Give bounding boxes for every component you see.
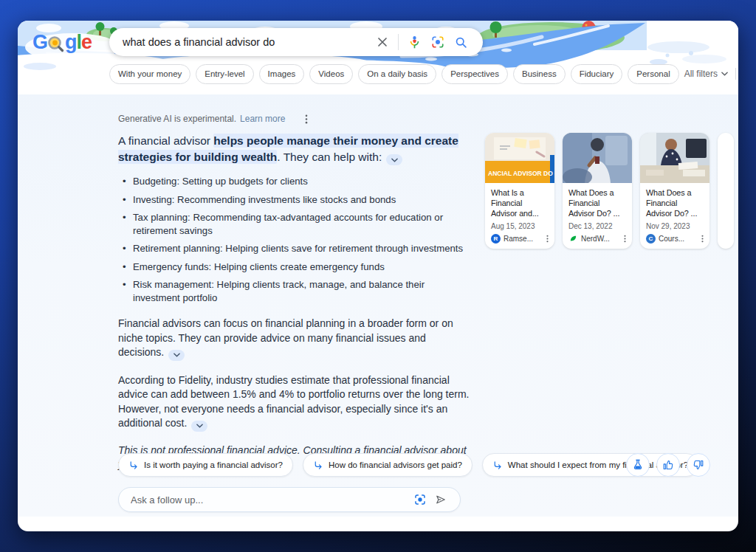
followup-label: Is it worth paying a financial advisor? <box>144 460 283 469</box>
filters-right-group: All filters Tools <box>684 68 738 80</box>
followup-chips-row: Is it worth paying a financial advisor? … <box>118 453 698 477</box>
ai-answer: A financial advisor helps people manage … <box>118 133 471 472</box>
card-body: What Does a Financial Advisor Do? ... De… <box>563 183 632 244</box>
bullet-item: Retirement planning: Helping clients sav… <box>118 242 471 255</box>
overflow-menu-icon[interactable] <box>302 114 311 124</box>
filters-divider <box>735 68 736 80</box>
google-logo[interactable]: G g l e <box>32 30 92 55</box>
source-card[interactable]: ANCIAL ADVISOR DO What Is a Financial Ad… <box>485 133 554 249</box>
experimental-note: Generative AI is experimental. <box>118 114 236 124</box>
followup-label: How do financial advisors get paid? <box>329 460 462 469</box>
followup-chip[interactable]: Is it worth paying a financial advisor? <box>118 453 293 477</box>
card-date: Aug 15, 2023 <box>491 222 549 230</box>
card-source-row: NerdW... <box>568 234 626 244</box>
source-name: Cours... <box>659 235 698 243</box>
chevron-down-icon <box>721 72 728 76</box>
source-name: Ramse... <box>504 235 543 243</box>
all-filters-label: All filters <box>684 69 718 79</box>
logo-letter: e <box>81 31 92 54</box>
card-source-row: C Cours... <box>646 234 704 244</box>
answer-heading: A financial advisor helps people manage … <box>118 133 471 165</box>
filter-chip[interactable]: Videos <box>309 64 353 84</box>
thumbs-up-button[interactable] <box>656 453 680 477</box>
magnifier-doodle-icon <box>47 33 66 54</box>
answer-bullet-list: Budgeting: Setting up budgets for client… <box>118 175 471 304</box>
paragraph-focus: Financial advisors can focus on financia… <box>118 317 471 361</box>
experiment-button[interactable] <box>626 453 650 477</box>
search-submit-icon[interactable] <box>450 36 472 49</box>
bullet-item: Emergency funds: Helping clients create … <box>118 261 471 274</box>
thumbs-down-button[interactable] <box>687 453 710 477</box>
source-cards: ANCIAL ADVISOR DO What Is a Financial Ad… <box>485 133 709 249</box>
paragraph-fidelity-text: According to Fidelity, industry studies … <box>118 374 470 429</box>
answer-prefix: A financial advisor <box>118 134 213 147</box>
source-card[interactable]: What Does a Financial Advisor Do? ... No… <box>640 133 709 249</box>
branch-arrow-icon <box>128 460 138 470</box>
search-bar <box>109 28 483 56</box>
card-title: What Is a Financial Advisor and... <box>491 188 549 218</box>
card-thumbnail: ANCIAL ADVISOR DO <box>485 133 554 183</box>
source-favicon: C <box>646 234 656 244</box>
send-icon[interactable] <box>430 494 451 506</box>
filter-chip[interactable]: Business <box>513 64 566 84</box>
filter-chip[interactable]: On a daily basis <box>358 64 436 84</box>
source-card[interactable]: What Does a Financial Advisor Do? ... De… <box>563 133 632 249</box>
lens-icon[interactable] <box>410 494 430 506</box>
filter-chip[interactable]: Personal <box>628 64 678 84</box>
bullet-item: Risk management: Helping clients track, … <box>118 278 471 304</box>
answer-suffix: . They can help with: <box>277 151 382 163</box>
flask-icon <box>632 459 644 471</box>
branch-arrow-icon <box>313 460 323 470</box>
card-title: What Does a Financial Advisor Do? ... <box>568 188 626 218</box>
clear-search-icon[interactable] <box>371 36 394 48</box>
mic-icon[interactable] <box>403 35 426 49</box>
card-thumbnail <box>640 133 709 183</box>
source-name: NerdW... <box>581 235 621 243</box>
card-source-row: R Ramse... <box>491 234 549 244</box>
followup-chip[interactable]: How do financial advisors get paid? <box>303 453 472 477</box>
lens-icon[interactable] <box>426 35 450 49</box>
card-menu-icon[interactable] <box>701 235 704 243</box>
feedback-buttons <box>626 453 710 477</box>
expand-chevron-icon[interactable] <box>191 421 207 432</box>
filter-chips-row: With your money Entry-level Images Video… <box>109 63 726 85</box>
search-input[interactable] <box>123 36 371 48</box>
card-body: What Is a Financial Advisor and... Aug 1… <box>485 183 554 244</box>
card-date: Nov 29, 2023 <box>646 222 704 230</box>
filter-chip[interactable]: With your money <box>109 64 190 84</box>
logo-letter: g <box>65 31 77 54</box>
sge-panel: Generative AI is experimental. Learn mor… <box>18 94 738 517</box>
card-menu-icon[interactable] <box>624 235 626 243</box>
card-title: What Does a Financial Advisor Do? ... <box>646 188 704 218</box>
card-thumbnail <box>563 133 632 183</box>
logo-letter: G <box>32 31 47 54</box>
filter-chip[interactable]: Entry-level <box>196 64 253 84</box>
searchbar-divider <box>398 34 399 50</box>
filter-chip[interactable]: Perspectives <box>441 64 508 84</box>
learn-more-link[interactable]: Learn more <box>240 114 285 124</box>
followup-input[interactable] <box>131 494 410 506</box>
expand-chevron-icon[interactable] <box>168 350 185 361</box>
browser-page: 2 5 <box>18 21 738 531</box>
thumbs-up-icon <box>662 459 674 471</box>
partial-source-card[interactable] <box>718 133 734 249</box>
all-filters-button[interactable]: All filters <box>684 69 728 79</box>
followup-input-bar <box>118 487 461 512</box>
experimental-row: Generative AI is experimental. Learn mor… <box>118 114 311 124</box>
filter-chip[interactable]: Images <box>259 64 305 84</box>
branch-arrow-icon <box>492 460 502 470</box>
expand-chevron-icon[interactable] <box>386 154 402 165</box>
filter-chip[interactable]: Fiduciary <box>571 64 623 84</box>
bullet-item: Tax planning: Recommending tax-advantage… <box>118 211 471 237</box>
source-favicon <box>568 234 578 244</box>
svg-text:ANCIAL ADVISOR DO: ANCIAL ADVISOR DO <box>488 170 553 177</box>
paragraph-fidelity: According to Fidelity, industry studies … <box>118 373 471 432</box>
card-body: What Does a Financial Advisor Do? ... No… <box>640 183 709 244</box>
card-menu-icon[interactable] <box>546 235 549 243</box>
card-date: Dec 13, 2022 <box>568 222 626 230</box>
bullet-item: Investing: Recommending investments like… <box>118 193 471 207</box>
bullet-item: Budgeting: Setting up budgets for client… <box>118 175 471 188</box>
source-favicon: R <box>491 234 501 244</box>
thumbs-down-icon <box>693 459 704 471</box>
